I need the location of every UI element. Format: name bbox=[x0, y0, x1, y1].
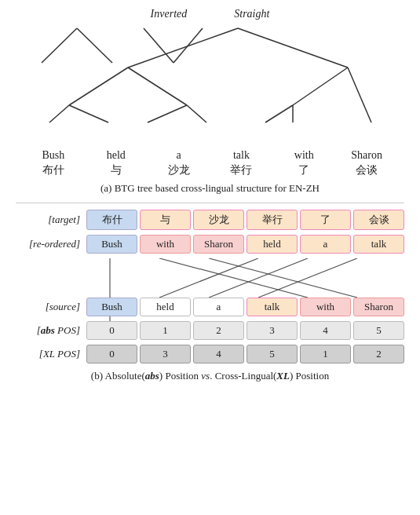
svg-line-2 bbox=[144, 28, 173, 63]
target-row: [target] 布什 与 沙龙 举行 了 会谈 bbox=[16, 210, 404, 230]
abs-cells: 0 1 2 3 4 5 bbox=[86, 321, 404, 340]
svg-line-12 bbox=[293, 68, 348, 105]
cell: 5 bbox=[353, 321, 404, 340]
section-divider bbox=[16, 203, 404, 203]
svg-line-21 bbox=[258, 258, 357, 298]
tree-words: Bush held a talk with Sharon bbox=[16, 149, 404, 162]
zh-4: 了 bbox=[272, 163, 335, 177]
xl-cells: 0 3 4 5 1 2 bbox=[86, 345, 404, 363]
cell: 1 bbox=[300, 345, 351, 363]
cell: a bbox=[300, 235, 351, 254]
cell: 沙龙 bbox=[193, 210, 244, 230]
svg-line-6 bbox=[69, 68, 128, 105]
cell: 2 bbox=[193, 321, 244, 340]
svg-line-14 bbox=[265, 105, 293, 122]
cell: 0 bbox=[86, 321, 137, 340]
abs-row: [abs POS] 0 1 2 3 4 5 bbox=[16, 321, 404, 340]
cell: 与 bbox=[140, 210, 191, 230]
svg-line-4 bbox=[128, 28, 238, 68]
label-straight: Straight bbox=[234, 8, 269, 20]
cell: Bush bbox=[86, 298, 137, 316]
svg-line-9 bbox=[69, 105, 108, 122]
cell: 0 bbox=[86, 345, 137, 363]
cell: held bbox=[247, 235, 298, 254]
caption-a: (a) BTG tree based cross-lingual structu… bbox=[16, 182, 404, 195]
xl-label: [XL POS] bbox=[16, 348, 86, 360]
abs-label: [abs POS] bbox=[16, 324, 86, 337]
svg-line-5 bbox=[238, 28, 348, 68]
reordered-label: [re-ordered] bbox=[16, 238, 86, 250]
label-inverted: Inverted bbox=[151, 8, 188, 20]
xl-row: [XL POS] 0 3 4 5 1 2 bbox=[16, 345, 404, 363]
cell: 4 bbox=[193, 345, 244, 363]
part-a-section: Inverted Straight bbox=[16, 8, 404, 195]
cell: talk bbox=[247, 298, 298, 316]
svg-line-8 bbox=[49, 105, 69, 122]
cell: Sharon bbox=[193, 235, 244, 254]
word-talk: talk bbox=[210, 149, 272, 162]
cell: 3 bbox=[140, 345, 191, 363]
svg-line-18 bbox=[209, 258, 357, 298]
cell: 2 bbox=[353, 345, 404, 363]
word-bush: Bush bbox=[22, 149, 85, 162]
cell: 了 bbox=[300, 210, 351, 230]
tree-labels: Inverted Straight bbox=[16, 8, 404, 20]
svg-line-19 bbox=[159, 258, 258, 298]
svg-line-20 bbox=[209, 258, 308, 298]
cell: with bbox=[140, 235, 191, 254]
cell: talk bbox=[353, 235, 404, 254]
svg-line-10 bbox=[148, 105, 187, 122]
target-cells: 布什 与 沙龙 举行 了 会谈 bbox=[86, 210, 404, 230]
cell: 布什 bbox=[86, 210, 137, 230]
cross-lines-svg bbox=[86, 258, 404, 298]
svg-line-1 bbox=[77, 28, 112, 63]
word-a: a bbox=[148, 149, 210, 162]
cell: held bbox=[140, 298, 191, 316]
word-with: with bbox=[272, 149, 335, 162]
part-b-section: [target] 布什 与 沙龙 举行 了 会谈 [re-ordered] Bu… bbox=[16, 210, 404, 382]
cell: 3 bbox=[247, 321, 298, 340]
source-container: [source] Bush held a talk with Sharon bbox=[16, 298, 404, 316]
cell: 举行 bbox=[247, 210, 298, 230]
reordered-cross-container: [re-ordered] Bush with Sharon held a tal… bbox=[16, 235, 404, 298]
zh-3: 举行 bbox=[210, 163, 272, 177]
reordered-row: [re-ordered] Bush with Sharon held a tal… bbox=[16, 235, 404, 254]
caption-b: (b) Absolute(abs) Position vs. Cross-Lin… bbox=[16, 370, 404, 382]
svg-line-7 bbox=[128, 68, 187, 105]
source-cells: Bush held a talk with Sharon bbox=[86, 298, 404, 316]
word-held: held bbox=[85, 149, 148, 162]
svg-line-13 bbox=[348, 68, 371, 122]
tree-chinese: 布什 与 沙龙 举行 了 会谈 bbox=[16, 163, 404, 177]
tree-svg bbox=[18, 22, 403, 148]
svg-line-0 bbox=[42, 28, 77, 63]
cell: 1 bbox=[140, 321, 191, 340]
cell: a bbox=[193, 298, 244, 316]
reordered-cells: Bush with Sharon held a talk bbox=[86, 235, 404, 254]
zh-2: 沙龙 bbox=[148, 163, 210, 177]
word-sharon: Sharon bbox=[335, 149, 398, 162]
zh-1: 与 bbox=[85, 163, 148, 177]
cell: with bbox=[300, 298, 351, 316]
zh-5: 会谈 bbox=[335, 163, 398, 177]
cell: 5 bbox=[247, 345, 298, 363]
zh-0: 布什 bbox=[22, 163, 85, 177]
cell: 会谈 bbox=[353, 210, 404, 230]
svg-line-17 bbox=[159, 258, 308, 298]
cell: 4 bbox=[300, 321, 351, 340]
cell: Sharon bbox=[353, 298, 404, 316]
target-label: [target] bbox=[16, 214, 86, 226]
svg-line-11 bbox=[187, 105, 206, 122]
source-label: [source] bbox=[16, 301, 86, 313]
cell: Bush bbox=[86, 235, 137, 254]
source-row: [source] Bush held a talk with Sharon bbox=[16, 298, 404, 316]
